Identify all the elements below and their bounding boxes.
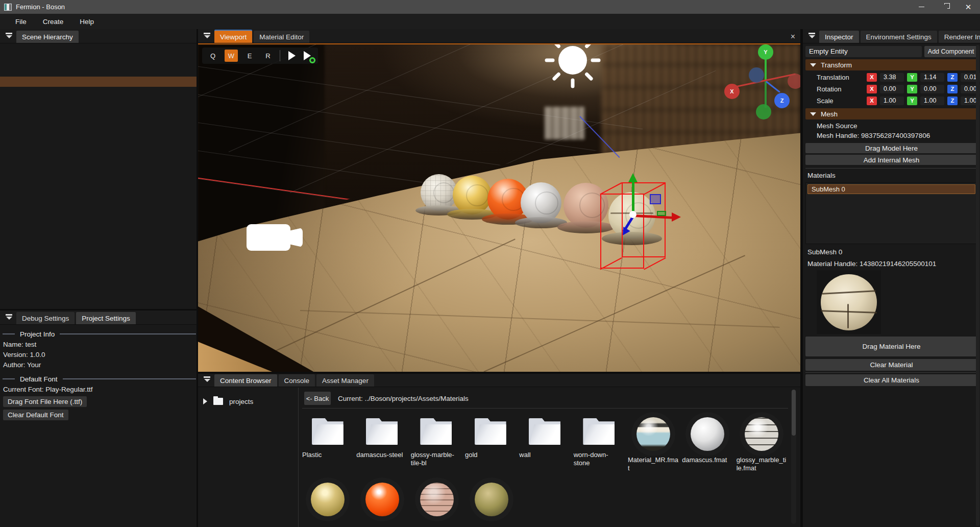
shaderball-silver[interactable]	[521, 182, 561, 223]
rotation-y-field[interactable]: 0.00	[920, 85, 944, 93]
scale-x-field[interactable]: 1.00	[880, 97, 904, 105]
shaderball-gold[interactable]	[453, 176, 492, 214]
back-button[interactable]: <- Back	[304, 392, 331, 405]
gizmo-x-axis-negative[interactable]	[788, 74, 800, 89]
gizmo-y-axis[interactable]: Y	[758, 44, 773, 60]
restore-button[interactable]	[933, 0, 957, 14]
translate-gizmo-y-arrow[interactable]	[632, 181, 634, 214]
view-orientation-gizmo[interactable]: Y X Z	[732, 47, 799, 113]
tab-content-browser[interactable]: Asset Manager	[316, 374, 374, 387]
clear-material-button[interactable]: Clear Material	[805, 359, 977, 371]
folder-icon	[312, 418, 344, 445]
close-button[interactable]: ✕	[957, 0, 980, 14]
play-scene-button[interactable]	[301, 50, 314, 62]
panel-collapse-button[interactable]	[201, 30, 213, 42]
file-item[interactable]: gold	[465, 414, 516, 472]
tool-button[interactable]: E	[243, 50, 256, 62]
minimize-button[interactable]	[910, 0, 933, 14]
panel-collapse-button[interactable]	[3, 30, 15, 42]
panel-collapse-button[interactable]	[3, 311, 15, 323]
tab-viewport[interactable]: Material Editor	[254, 31, 309, 43]
clear-default-font-button[interactable]: Clear Default Font	[3, 410, 68, 420]
tab-project-panel[interactable]: Debug Settings	[16, 312, 75, 324]
gizmo-x-axis[interactable]: X	[724, 84, 740, 99]
scene-entity-item[interactable]	[0, 77, 197, 87]
translate-gizmo-xy-plane[interactable]	[650, 194, 661, 204]
file-item[interactable]: damascus.fmat	[682, 414, 732, 472]
panel-close-icon[interactable]: ×	[791, 33, 795, 41]
file-item[interactable]: Material_MR.fmat	[628, 414, 678, 472]
camera-icon[interactable]	[247, 224, 290, 251]
scene-entity-item[interactable]	[0, 107, 197, 117]
menu-item[interactable]: Help	[71, 14, 102, 29]
inspector-scrollbar[interactable]	[976, 45, 979, 526]
submesh-list-item[interactable]: SubMesh 0	[807, 184, 975, 194]
mesh-section-header[interactable]: Mesh	[805, 108, 977, 119]
translation-y-field[interactable]: 1.14	[920, 73, 944, 82]
play-button[interactable]	[285, 50, 299, 62]
content-scrollbar[interactable]	[791, 390, 796, 524]
file-item[interactable]: wall	[519, 414, 570, 472]
tree-item-projects[interactable]: projects	[203, 395, 253, 408]
sun-light-icon[interactable]	[558, 46, 587, 75]
file-item[interactable]: worn-down-stone	[574, 414, 624, 472]
add-component-button[interactable]: Add Component	[924, 46, 977, 57]
rotation-x-field[interactable]: 0.00	[880, 85, 904, 93]
translation-x-field[interactable]: 3.38	[880, 73, 904, 82]
scene-entity-item[interactable]	[0, 87, 197, 97]
file-item[interactable]	[466, 480, 517, 521]
scrollbar-thumb[interactable]	[792, 390, 796, 436]
tab-content-browser[interactable]: Console	[279, 374, 315, 387]
tab-inspector[interactable]: Inspector	[819, 31, 859, 43]
gizmo-z-axis[interactable]: Z	[774, 93, 790, 108]
tool-button[interactable]: R	[261, 50, 275, 62]
gizmo-y-axis-negative[interactable]	[756, 104, 771, 119]
scene-entity-item[interactable]	[0, 66, 197, 77]
panel-collapse-button[interactable]	[201, 373, 213, 386]
app-window: Fermion - Boson ✕ FileCreateHelp Scene H…	[0, 0, 980, 527]
horizontal-splitter[interactable]	[0, 309, 197, 310]
scene-entity-item[interactable]	[0, 97, 197, 107]
horizontal-splitter[interactable]	[198, 372, 800, 374]
file-item[interactable]: damascus-steel	[356, 414, 407, 472]
translate-gizmo-center[interactable]	[629, 211, 636, 218]
file-item[interactable]	[411, 480, 462, 521]
gizmo-z-axis-negative[interactable]	[749, 67, 764, 83]
clear-all-materials-button[interactable]: Clear All Materials	[805, 374, 977, 386]
file-item[interactable]: Plastic	[302, 414, 353, 472]
scene-entity-item[interactable]	[0, 117, 197, 128]
tool-button[interactable]: Q	[206, 50, 219, 62]
shaderball-tiled[interactable]	[421, 174, 457, 211]
scene-entity-item[interactable]	[0, 56, 197, 66]
mesh-handle-label: Mesh Handle: 983756287400397806	[817, 132, 930, 139]
drag-model-here-button[interactable]: Drag Model Here	[805, 143, 977, 153]
tab-inspector[interactable]: Renderer Info	[939, 31, 980, 43]
scale-y-field[interactable]: 1.00	[920, 97, 944, 105]
viewport-3d-scene[interactable]: Y X Z	[198, 43, 800, 373]
vertical-splitter[interactable]	[197, 29, 198, 527]
file-item[interactable]	[357, 480, 408, 521]
tab-viewport[interactable]: Viewport	[214, 31, 252, 43]
drag-font-button[interactable]: Drag Font File Here (.ttf)	[3, 396, 87, 407]
tool-button[interactable]: W	[225, 50, 238, 62]
transform-section-header[interactable]: Transform	[805, 59, 977, 70]
add-internal-mesh-button[interactable]: Add Internal Mesh	[805, 155, 977, 165]
scene-entity-item[interactable]	[0, 46, 197, 56]
entity-name-input[interactable]: Empty Entity	[805, 46, 922, 57]
tab-content-browser[interactable]: Content Browser	[214, 374, 277, 387]
vertical-splitter[interactable]	[800, 29, 803, 527]
translate-gizmo-xz-plane[interactable]	[657, 211, 666, 216]
menu-item[interactable]: File	[7, 14, 35, 29]
panel-collapse-button[interactable]	[806, 30, 818, 42]
tab-inspector[interactable]: Environment Settings	[861, 31, 937, 43]
scene-entity-item[interactable]	[0, 128, 197, 138]
file-item[interactable]: glossy_marble_tile.fmat	[737, 414, 787, 472]
path-separator	[302, 408, 788, 409]
expand-arrow-icon[interactable]	[203, 398, 207, 404]
file-item[interactable]: glossy-marble-tile-bl	[411, 414, 461, 472]
tab-scene-hierarchy[interactable]: Scene Hierarchy	[16, 31, 79, 43]
tab-project-panel[interactable]: Project Settings	[76, 312, 136, 324]
menu-item[interactable]: Create	[35, 14, 72, 29]
drag-material-here-button[interactable]: Drag Material Here	[805, 337, 977, 356]
file-item[interactable]	[302, 480, 353, 521]
